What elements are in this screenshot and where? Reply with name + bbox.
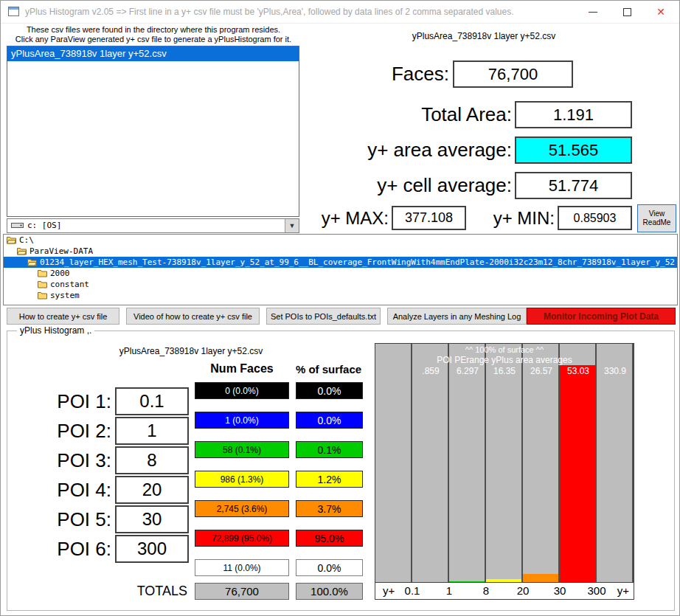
axis-tick: 20: [517, 583, 530, 599]
close-icon: ✕: [656, 6, 665, 18]
yplus-area-average-label: y+ area average:: [310, 136, 512, 164]
poi-6-input[interactable]: [115, 535, 189, 563]
poi-4-label: POI 4:: [30, 476, 111, 504]
bin-averages-row: .859 6.297 16.35 26.57 53.03 330.9: [375, 366, 634, 376]
poi-3-num-faces: 58 (0.1%): [195, 441, 289, 458]
poi-3-input[interactable]: [115, 446, 189, 474]
chart-bar: [523, 574, 558, 582]
faces-value: 76,700: [453, 60, 573, 88]
folder-open-icon: [7, 236, 16, 244]
chart-column-20-30: [523, 344, 560, 582]
tree-item[interactable]: constant: [4, 279, 677, 290]
bin-average: .859: [412, 366, 449, 376]
drive-selector[interactable]: c: [OS] ▼: [7, 218, 299, 233]
folder-open-icon: [17, 247, 27, 255]
poi-3-pct: 0.1%: [296, 441, 363, 458]
tree-item-label: 01234_layer_HEX_mesh_Test-738918v_1layer…: [40, 257, 675, 267]
maximize-icon: [623, 8, 631, 16]
view-readme-label-line1: View: [649, 210, 665, 218]
how-to-create-csv-button[interactable]: How to create y+ csv file: [7, 308, 119, 325]
poi-1-pct: 0.0%: [296, 382, 363, 399]
set-pois-defaults-button[interactable]: Set POIs to POIs_defaults.txt: [266, 308, 381, 325]
poi-6-pct: 95.0%: [296, 530, 363, 547]
tree-item[interactable]: system: [4, 290, 677, 301]
tree-item[interactable]: 2000: [4, 268, 677, 279]
bin-average: 16.35: [486, 366, 523, 376]
instructions-line-2: Click any ParaView generated y+ csv file…: [7, 35, 300, 44]
poi-6-label: POI 6:: [30, 535, 111, 563]
poi-1-label: POI 1:: [30, 387, 111, 415]
csv-file-item[interactable]: yPlusArea_738918v 1layer y+52.csv: [7, 46, 299, 61]
yplus-min-label: y+ MIN:: [468, 206, 555, 230]
poi-1-input[interactable]: [115, 387, 189, 415]
totals-num-faces: 76,700: [195, 583, 289, 600]
tree-item-label: constant: [50, 280, 89, 289]
poi-2-pct: 0.0%: [296, 412, 363, 429]
poi-6-num-faces: 72,899 (95.0%): [195, 530, 289, 547]
window-titlebar: yPlus Histogram v2.05 => First line in a…: [1, 1, 679, 24]
bin-average: 330.9: [597, 366, 634, 376]
video-how-to-create-csv-button[interactable]: Video of how to create y+ csv file: [126, 308, 260, 325]
group-title: yPlus Histogram ,.: [17, 325, 94, 336]
tree-item-label: 2000: [50, 269, 70, 278]
minimize-button[interactable]: —: [576, 1, 610, 23]
view-readme-button[interactable]: View ReadMe: [637, 204, 676, 232]
chart-title: ^^ 100% of surface ^^: [375, 345, 634, 354]
poi-2-num-faces: 1 (0.0%): [195, 412, 289, 429]
poi-3-label: POI 3:: [30, 446, 111, 474]
axis-tick: y+: [383, 583, 395, 599]
x-axis: y+ 0.1 1 8 20 30 300 y+: [375, 583, 634, 599]
poi-5-pct: 3.7%: [296, 500, 363, 517]
histogram-csv-label: yPlusArea_738918v 1layer y+52.csv: [51, 346, 331, 356]
tree-item[interactable]: ParaView-DATA: [4, 246, 677, 257]
tree-item-label: C:\: [19, 235, 34, 245]
close-button[interactable]: ✕: [644, 1, 678, 23]
directory-tree[interactable]: C:\ ParaView-DATA 01234_layer_HEX_mesh_T…: [3, 234, 678, 305]
axis-tick: 30: [554, 583, 566, 599]
maximize-button[interactable]: [610, 1, 644, 23]
poi-5-label: POI 5:: [30, 505, 111, 533]
current-csv-label: yPlusArea_738918v 1layer y+52.csv: [362, 31, 606, 41]
minimize-icon: —: [589, 7, 597, 17]
yplus-cell-average-value: 51.774: [515, 172, 632, 199]
poi-4-input[interactable]: [115, 476, 189, 504]
yplus-min-value: 0.85903: [558, 206, 632, 230]
csv-file-listbox[interactable]: yPlusArea_738918v 1layer y+52.csv: [7, 46, 299, 217]
chart-bar: [560, 365, 595, 582]
poi-2-input[interactable]: [115, 417, 189, 445]
csv-file-item-label: yPlusArea_738918v 1layer y+52.csv: [11, 48, 167, 59]
axis-tick: y+: [617, 583, 629, 599]
chart-column-gt-300: [597, 344, 634, 582]
chart-column-lt-0p1: [375, 344, 412, 582]
yplus-histogram-chart: ^^ 100% of surface ^^ POI PErange yPlus …: [375, 343, 634, 600]
yplus-max-label: y+ MAX:: [296, 206, 389, 230]
chart-bar: [449, 581, 485, 582]
axis-tick: 1: [446, 583, 452, 599]
instructions-line-1: These csv files were found in the direct…: [7, 25, 300, 35]
totals-pct: 100.0%: [296, 583, 363, 600]
app-icon: [8, 7, 19, 16]
folder-icon: [38, 291, 47, 300]
yplus-max-value: 377.108: [392, 206, 466, 230]
poi-4-pct: 1.2%: [296, 471, 363, 488]
poi-5-input[interactable]: [115, 505, 189, 533]
tree-item-selected[interactable]: 01234_layer_HEX_mesh_Test-738918v_1layer…: [4, 257, 677, 268]
total-area-value: 1.191: [515, 101, 632, 128]
bin-average: 53.03: [560, 366, 597, 376]
chart-column-0p1-1: [412, 344, 449, 582]
folder-open-icon: [27, 258, 37, 266]
window-title: yPlus Histogram v2.05 => First line in a…: [25, 1, 514, 23]
poi-1-num-faces: 0 (0.0%): [195, 382, 289, 399]
chart-subtitle: POI PErange yPlus area averages: [375, 355, 634, 365]
axis-tick: 8: [483, 583, 489, 599]
num-faces-header: Num Faces: [195, 362, 289, 376]
poi-2-label: POI 2:: [30, 417, 111, 445]
instructions-text: These csv files were found in the direct…: [7, 25, 300, 44]
tree-item-root[interactable]: C:\: [4, 235, 677, 246]
axis-tick: 0.1: [405, 583, 420, 599]
bin-average: [375, 366, 412, 376]
bin-average: 26.57: [523, 366, 560, 376]
overflow-num-faces: 11 (0.0%): [195, 559, 289, 576]
analyze-layers-button[interactable]: Analyze Layers in any Meshing Log: [387, 308, 527, 325]
monitor-plot-data-button[interactable]: Monitor Incoming Plot Data: [527, 308, 676, 325]
